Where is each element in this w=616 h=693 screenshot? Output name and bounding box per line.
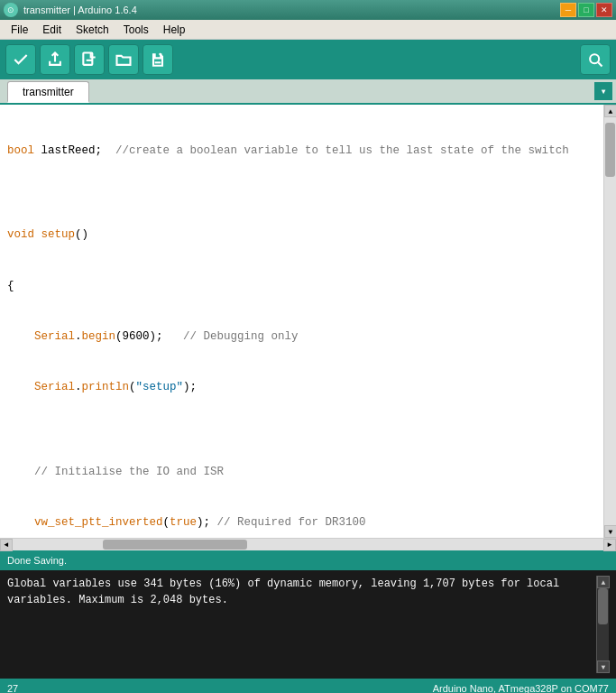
title-bar: ⊙ transmitter | Arduino 1.6.4 ─ □ ✕ (0, 0, 616, 20)
toolbar (0, 40, 616, 79)
search-button[interactable] (580, 44, 611, 75)
app-icon: ⊙ (4, 3, 18, 17)
code-content[interactable]: bool lastReed; //create a boolean variab… (0, 105, 603, 538)
menu-sketch[interactable]: Sketch (69, 22, 116, 38)
console-scroll-down[interactable]: ▼ (597, 661, 610, 673)
board-info: Arduino Nano, ATmega328P on COM77 (433, 683, 609, 693)
scroll-up-button[interactable]: ▲ (604, 105, 616, 117)
horizontal-scrollbar[interactable]: ◄ ► (0, 538, 616, 550)
code-editor[interactable]: bool lastReed; //create a boolean variab… (0, 105, 616, 538)
status-bar: Done Saving. (0, 550, 616, 570)
maximize-button[interactable]: □ (578, 3, 594, 17)
hscroll-right-button[interactable]: ► (603, 539, 616, 551)
hscroll-track[interactable] (13, 539, 603, 551)
tab-bar: transmitter ▾ (0, 79, 616, 105)
hscroll-thumb[interactable] (103, 540, 247, 550)
menu-help[interactable]: Help (156, 22, 193, 38)
vertical-scrollbar[interactable]: ▲ ▼ (603, 105, 616, 538)
close-button[interactable]: ✕ (596, 3, 612, 17)
bottom-bar: 27 Arduino Nano, ATmega328P on COM77 (0, 679, 616, 693)
window-title: transmitter | Arduino 1.6.4 (23, 5, 560, 15)
status-message: Done Saving. (7, 555, 67, 566)
new-button[interactable] (74, 44, 105, 75)
menu-bar: File Edit Sketch Tools Help (0, 20, 616, 40)
open-button[interactable] (108, 44, 139, 75)
svg-line-3 (598, 62, 602, 66)
console-scroll-up[interactable]: ▲ (597, 576, 610, 588)
line-number: 27 (7, 683, 18, 693)
tab-transmitter[interactable]: transmitter (7, 81, 89, 103)
save-button[interactable] (143, 44, 173, 75)
upload-button[interactable] (40, 44, 70, 75)
minimize-button[interactable]: ─ (560, 3, 576, 17)
console-text: Global variables use 341 bytes (16%) of … (7, 576, 596, 673)
window-controls: ─ □ ✕ (560, 3, 612, 17)
tab-dropdown[interactable]: ▾ (594, 82, 612, 100)
console-scroll-thumb[interactable] (598, 588, 608, 624)
svg-point-2 (590, 54, 599, 63)
scroll-thumb[interactable] (605, 123, 615, 177)
menu-file[interactable]: File (4, 22, 35, 38)
console-output: Global variables use 341 bytes (16%) of … (0, 570, 616, 679)
verify-button[interactable] (5, 44, 36, 75)
hscroll-left-button[interactable]: ◄ (0, 539, 13, 551)
menu-tools[interactable]: Tools (116, 22, 156, 38)
scroll-down-button[interactable]: ▼ (604, 525, 616, 538)
console-wrapper: Global variables use 341 bytes (16%) of … (0, 570, 616, 679)
menu-edit[interactable]: Edit (35, 22, 69, 38)
console-scrollbar[interactable]: ▲ ▼ (596, 576, 609, 673)
